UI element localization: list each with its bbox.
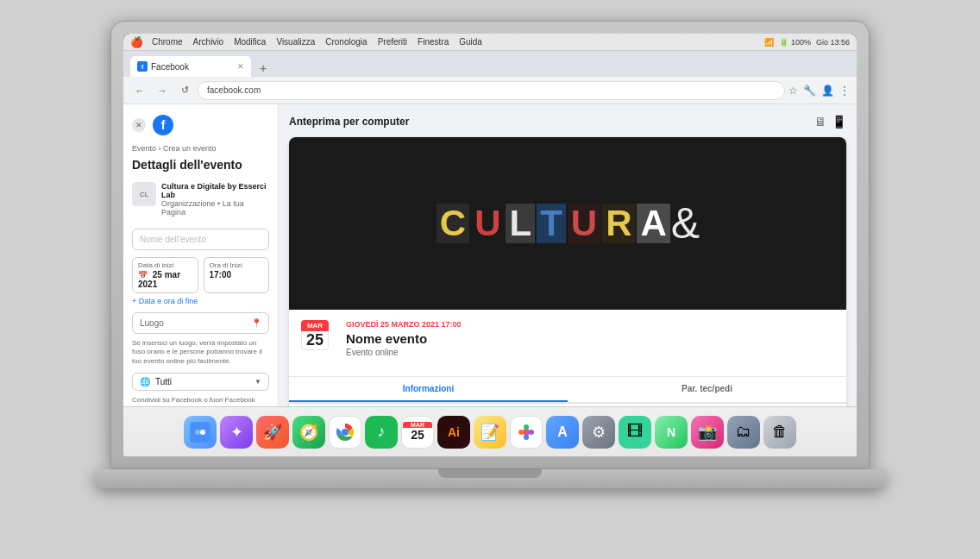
laptop-base	[93, 469, 887, 488]
org-sub: Organizzazione • La tua Pagina	[161, 199, 269, 217]
svg-point-10	[524, 424, 529, 430]
event-tabs: Informazioni Par. tec/pedi	[289, 376, 846, 402]
screen-bezel: 🍎 Chrome Archivio Modifica Visualizza Cr…	[123, 34, 857, 456]
fb-header-icons: ✕ f	[132, 115, 269, 135]
location-hint: Se inserisci un luogo, verrà impostato u…	[132, 339, 269, 366]
chrome-tab-facebook[interactable]: f Facebook ✕	[130, 56, 251, 77]
time-label: Ora di Inizi	[210, 261, 264, 269]
new-tab-button[interactable]: +	[254, 60, 272, 77]
fb-close-button[interactable]: ✕	[132, 118, 146, 132]
svg-point-6	[342, 429, 349, 436]
back-button[interactable]: ←	[130, 81, 149, 100]
mobile-icon[interactable]: 📱	[832, 115, 846, 129]
share-hint: Condividi su Facebook o fuori Facebook	[132, 396, 269, 404]
org-info: Cultura e Digitale by Esserci Lab Organi…	[161, 182, 269, 217]
chrome-tabs-bar: f Facebook ✕ +	[123, 51, 857, 77]
location-field[interactable]: Luogo 📍	[132, 312, 269, 334]
preview-header: Anteprima per computer 🖥 📱	[289, 115, 846, 129]
org-name: Cultura e Digitale by Esserci Lab	[161, 182, 269, 199]
fb-logo: f	[153, 115, 173, 135]
dock-item-calendar[interactable]: MAR 25	[401, 416, 434, 449]
date-value: 📅 25 mar 2021	[138, 270, 192, 289]
menubar-battery: 🔋 100%	[779, 38, 811, 47]
dock-item-safari[interactable]: 🧭	[292, 416, 325, 449]
dock-item-appstore[interactable]: A	[546, 416, 579, 449]
privacy-arrow-icon: ▼	[254, 378, 261, 386]
time-value: 17:00	[210, 270, 264, 280]
dock-item-spotify[interactable]: ♪	[365, 416, 398, 449]
privacy-select[interactable]: 🌐 Tutti ▼	[132, 373, 269, 391]
extension-icon[interactable]: 🔧	[803, 85, 816, 97]
menu-finestra[interactable]: Finestra	[418, 37, 449, 47]
event-info: MAR 25 GIOVEDÌ 25 MARZO 2021 17:00 Nome …	[289, 310, 846, 367]
org-card: CL Cultura e Digitale by Esserci Lab Org…	[132, 182, 269, 217]
url-text: facebook.com	[207, 85, 261, 95]
laptop-notch	[438, 469, 542, 478]
date-label: Data di inizi	[138, 261, 192, 269]
svg-point-9	[529, 430, 534, 435]
menu-icon[interactable]: ⋮	[839, 85, 850, 97]
tab-close-button[interactable]: ✕	[237, 62, 244, 71]
event-datetime: GIOVEDÌ 25 MARZO 2021 17:00	[346, 320, 462, 329]
browser-content: ✕ f Evento › Crea un evento Dettagli del…	[123, 104, 857, 406]
dock-item-chrome[interactable]	[329, 416, 361, 449]
bookmark-icon[interactable]: ☆	[788, 85, 798, 97]
desktop-icon[interactable]: 🖥	[814, 115, 826, 129]
forward-button[interactable]: →	[153, 81, 172, 100]
event-name: Nome evento	[346, 331, 462, 346]
chrome-toolbar: ← → ↺ facebook.com ☆ 🔧 👤 ⋮	[123, 77, 857, 104]
tab-info[interactable]: Informazioni	[289, 377, 568, 402]
event-name-field[interactable]: Nome dell'evento	[132, 229, 269, 250]
dock-item-photos[interactable]	[510, 416, 543, 449]
dock-item-finder[interactable]	[184, 416, 217, 449]
dock-item-siri[interactable]: ✦	[220, 416, 253, 449]
dock-item-misc[interactable]: 🗂	[727, 416, 760, 449]
menu-guida[interactable]: Guida	[459, 37, 482, 47]
preview-title: Anteprima per computer	[289, 116, 409, 128]
dock-item-launchpad[interactable]: 🚀	[256, 416, 289, 449]
event-date-day: 25	[301, 331, 329, 350]
location-icon: 📍	[251, 318, 261, 328]
tab-participate[interactable]: Par. tec/pedi	[568, 377, 846, 402]
location-text: Luogo	[140, 318, 164, 328]
event-type: Evento online	[346, 348, 462, 357]
dock-item-numbers[interactable]: N	[655, 416, 688, 449]
svg-point-3	[195, 430, 200, 435]
dock-item-iphoto[interactable]: 🎞	[619, 416, 651, 449]
profile-icon[interactable]: 👤	[821, 85, 834, 97]
device-toggle: 🖥 📱	[814, 115, 846, 129]
dock-item-illustrator[interactable]: Ai	[437, 416, 470, 449]
tab-favicon: f	[137, 61, 148, 72]
menu-preferiti[interactable]: Preferiti	[378, 37, 407, 47]
refresh-button[interactable]: ↺	[175, 81, 194, 100]
add-end-time[interactable]: + Data e ora di fine	[132, 297, 269, 305]
dock-item-settings[interactable]: ⚙	[582, 416, 615, 449]
menubar-wifi-icon: 📶	[764, 38, 774, 47]
svg-point-4	[200, 430, 205, 435]
apple-menu-icon[interactable]: 🍎	[130, 36, 143, 48]
menu-visualizza[interactable]: Visualizza	[276, 37, 315, 47]
dock-item-notes[interactable]: 📝	[474, 416, 506, 449]
svg-point-7	[523, 429, 530, 436]
svg-text:CL: CL	[140, 191, 149, 198]
menu-chrome[interactable]: Chrome	[152, 37, 183, 47]
date-field[interactable]: Data di inizi 📅 25 mar 2021	[132, 257, 198, 293]
time-field[interactable]: Ora di Inizi 17:00	[204, 257, 270, 293]
tab-label: Facebook	[151, 62, 189, 72]
fb-event-preview: Anteprima per computer 🖥 📱 C	[279, 104, 857, 406]
privacy-icon: 🌐	[140, 377, 150, 386]
breadcrumb: Evento › Crea un evento	[132, 144, 269, 153]
url-bar[interactable]: facebook.com	[198, 81, 785, 100]
svg-point-8	[518, 430, 524, 435]
laptop-lid: 🍎 Chrome Archivio Modifica Visualizza Cr…	[110, 21, 870, 469]
event-date-month: MAR	[301, 320, 329, 331]
menu-archivio[interactable]: Archivio	[193, 37, 224, 47]
event-date-badge: MAR 25	[301, 320, 329, 350]
dock-item-trash[interactable]: 🗑	[763, 416, 796, 449]
menu-cronologia[interactable]: Cronologia	[325, 37, 367, 47]
page-title: Dettagli dell'evento	[132, 158, 269, 172]
event-action-buttons: ☆ Mi interessa ✓ Par. tec/pedi	[289, 403, 846, 406]
menu-modifica[interactable]: Modifica	[234, 37, 266, 47]
event-details: GIOVEDÌ 25 MARZO 2021 17:00 Nome evento …	[346, 320, 462, 357]
dock-item-screenshot[interactable]: 📸	[691, 416, 724, 449]
